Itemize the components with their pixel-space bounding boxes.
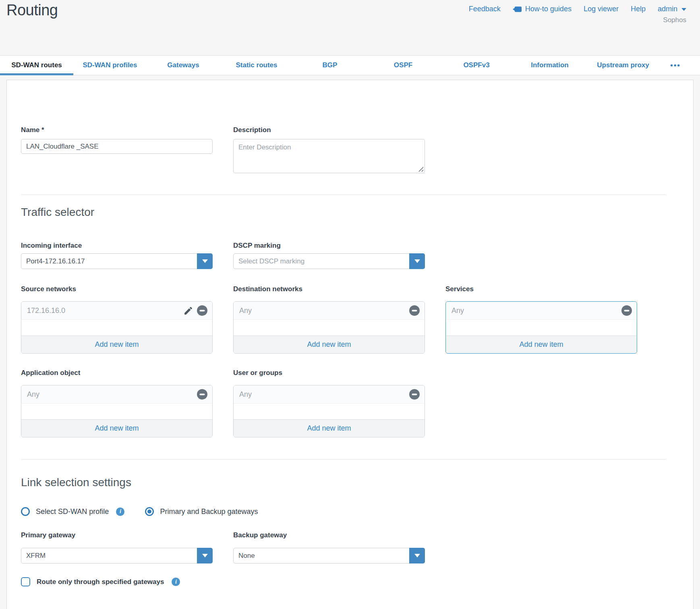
video-icon: [513, 6, 522, 12]
remove-icon[interactable]: [409, 305, 420, 316]
radio-primary-backup-gateways[interactable]: Primary and Backup gateways: [145, 507, 258, 516]
edit-icon[interactable]: [183, 306, 193, 316]
info-icon[interactable]: i: [172, 578, 180, 586]
add-new-item-button[interactable]: Add new item: [234, 336, 425, 353]
source-networks-label: Source networks: [21, 285, 213, 293]
remove-icon[interactable]: [621, 305, 632, 316]
description-input[interactable]: [233, 139, 425, 173]
header-links: Feedback How-to guides Log viewer Help a…: [469, 5, 686, 13]
list-item: Any: [234, 302, 425, 320]
tab-static-routes[interactable]: Static routes: [220, 56, 293, 75]
gateway-labels: Primary gateway Backup gateway: [21, 531, 679, 544]
destination-networks-box: Any Add new item: [233, 301, 425, 354]
dropdown-arrow-icon[interactable]: [197, 548, 213, 563]
radio-icon-selected[interactable]: [145, 507, 154, 516]
services-label: Services: [445, 285, 637, 293]
destination-networks-label: Destination networks: [233, 285, 425, 293]
application-object-label: Application object: [21, 369, 213, 377]
link-selection-radios: Select SD-WAN profile i Primary and Back…: [21, 507, 679, 516]
dropdown-arrow-icon[interactable]: [409, 253, 425, 269]
app-user-labels: Application object User or groups: [21, 369, 679, 382]
help-link[interactable]: Help: [631, 5, 646, 13]
info-icon[interactable]: i: [116, 508, 124, 516]
name-description-row: Name * Description: [21, 126, 679, 175]
tab-upstream-proxy[interactable]: Upstream proxy: [586, 56, 660, 75]
listbox-empty-area: [21, 404, 212, 419]
section-divider: [21, 459, 666, 460]
radio-icon[interactable]: [21, 507, 30, 516]
route-only-checkbox[interactable]: [21, 577, 30, 586]
tab-ospfv3[interactable]: OSPFv3: [440, 56, 513, 75]
add-new-item-button[interactable]: Add new item: [21, 419, 212, 437]
interface-dscp-labels: Incoming interface DSCP marking: [21, 242, 679, 250]
tab-bar: SD-WAN routes SD-WAN profiles Gateways S…: [0, 55, 700, 75]
top-header: Routing Feedback How-to guides Log viewe…: [0, 0, 700, 55]
caret-down-icon: [681, 8, 686, 11]
incoming-interface-label: Incoming interface: [21, 242, 213, 250]
primary-gateway-label: Primary gateway: [21, 531, 213, 539]
page-title: Routing: [6, 2, 58, 19]
tab-gateways[interactable]: Gateways: [147, 56, 220, 75]
sdwan-route-form-card: Name * Description Traffic selector Inco…: [6, 80, 694, 609]
remove-icon[interactable]: [197, 305, 207, 316]
listbox-empty-area: [446, 320, 637, 336]
route-only-row: Route only through specified gateways i: [21, 577, 679, 586]
section-divider: [21, 195, 666, 195]
networks-labels: Source networks Destination networks Ser…: [21, 285, 679, 298]
backup-gateway-select[interactable]: None: [233, 548, 425, 563]
description-label: Description: [233, 126, 425, 134]
application-object-box: Any Add new item: [21, 385, 213, 437]
dscp-marking-label: DSCP marking: [233, 242, 425, 250]
admin-menu[interactable]: admin: [658, 5, 686, 13]
primary-gateway-select[interactable]: XFRM: [21, 548, 213, 563]
dscp-marking-select[interactable]: Select DSCP marking: [233, 253, 425, 269]
tab-sdwan-routes[interactable]: SD-WAN routes: [0, 56, 73, 75]
user-or-groups-label: User or groups: [233, 369, 425, 377]
log-viewer-link[interactable]: Log viewer: [584, 5, 619, 13]
gateway-controls: XFRM None: [21, 548, 679, 563]
dropdown-arrow-icon[interactable]: [197, 253, 213, 269]
add-new-item-button[interactable]: Add new item: [234, 419, 425, 437]
app-user-boxes: Any Add new item Any Add new item: [21, 385, 679, 437]
more-tabs-icon[interactable]: •••: [670, 56, 681, 75]
interface-dscp-controls: Port4-172.16.16.17 Select DSCP marking: [21, 253, 679, 269]
listbox-empty-area: [234, 404, 425, 419]
services-box: Any Add new item: [445, 301, 637, 354]
route-only-label: Route only through specified gateways: [37, 578, 164, 586]
incoming-interface-select[interactable]: Port4-172.16.16.17: [21, 253, 213, 269]
add-new-item-button[interactable]: Add new item: [446, 336, 637, 353]
add-new-item-button[interactable]: Add new item: [21, 336, 212, 353]
tab-ospf[interactable]: OSPF: [367, 56, 440, 75]
tab-information[interactable]: Information: [513, 56, 586, 75]
list-item: Any: [446, 302, 637, 320]
tab-sdwan-profiles[interactable]: SD-WAN profiles: [73, 56, 147, 75]
list-item: Any: [234, 385, 425, 404]
remove-icon[interactable]: [197, 389, 207, 400]
listbox-empty-area: [234, 320, 425, 336]
radio-select-sdwan-profile[interactable]: Select SD-WAN profile i: [21, 507, 124, 516]
user-or-groups-box: Any Add new item: [233, 385, 425, 437]
remove-icon[interactable]: [409, 389, 420, 400]
dropdown-arrow-icon[interactable]: [409, 548, 425, 563]
list-item: Any: [21, 385, 212, 404]
backup-gateway-label: Backup gateway: [233, 531, 425, 539]
list-item: 172.16.16.0: [21, 302, 212, 320]
networks-boxes: 172.16.16.0 Add new item Any Add new: [21, 301, 679, 354]
how-to-guides-link[interactable]: How-to guides: [513, 5, 572, 13]
listbox-empty-area: [21, 320, 212, 336]
traffic-selector-heading: Traffic selector: [21, 205, 679, 219]
name-label: Name *: [21, 126, 213, 134]
feedback-link[interactable]: Feedback: [469, 5, 501, 13]
link-selection-heading: Link selection settings: [21, 476, 679, 489]
tab-bgp[interactable]: BGP: [293, 56, 367, 75]
source-networks-box: 172.16.16.0 Add new item: [21, 301, 213, 354]
name-input[interactable]: [21, 139, 213, 154]
brand-label: Sophos: [663, 16, 686, 24]
